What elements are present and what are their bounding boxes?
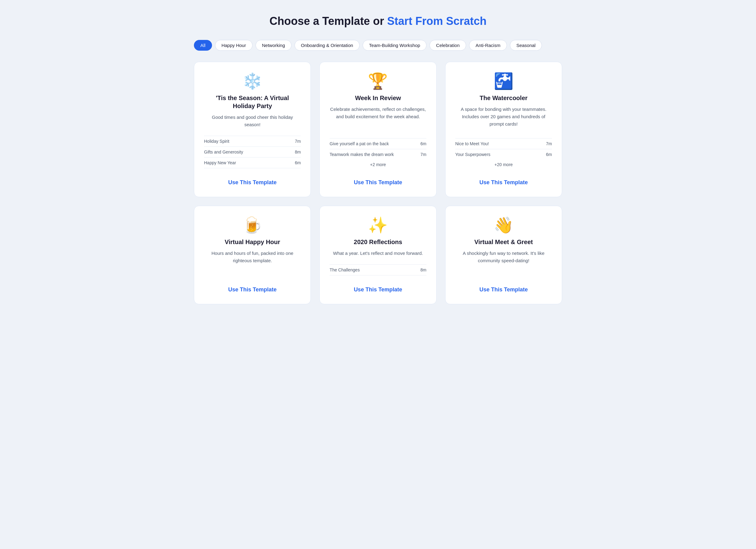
use-template-button-2[interactable]: Use This Template <box>479 177 528 188</box>
card-item-label: Nice to Meet You! <box>455 141 489 146</box>
card-desc-0: Good times and good cheer this holiday s… <box>204 114 301 128</box>
use-template-button-3[interactable]: Use This Template <box>228 284 277 296</box>
cards-grid: ❄️'Tis the Season: A Virtual Holiday Par… <box>194 62 562 304</box>
template-card-5: 👋Virtual Meet & GreetA shockingly fun wa… <box>445 206 562 304</box>
card-item-row-0-2: Happy New Year6m <box>204 157 301 168</box>
card-item-row-2-1: Your Superpowers6m <box>455 149 552 160</box>
card-item-label: Give yourself a pat on the back <box>330 141 389 146</box>
card-item-time: 6m <box>420 141 426 146</box>
filter-btn-happy-hour[interactable]: Happy Hour <box>215 40 253 51</box>
page-title-link[interactable]: Start From Scratch <box>387 15 487 27</box>
card-items-1: Give yourself a pat on the back6mTeamwor… <box>330 138 426 168</box>
template-card-2: 🚰The WatercoolerA space for bonding with… <box>445 62 562 197</box>
card-items-2: Nice to Meet You!7mYour Superpowers6m+20… <box>455 138 552 168</box>
card-desc-2: A space for bonding with your teammates.… <box>455 106 552 131</box>
card-items-4: The Challenges8m <box>330 264 426 276</box>
card-title-5: Virtual Meet & Greet <box>474 238 533 246</box>
card-item-row-4-0: The Challenges8m <box>330 264 426 276</box>
card-item-label: Teamwork makes the dream work <box>330 152 394 157</box>
card-more-1: +2 more <box>330 160 426 168</box>
card-title-0: 'Tis the Season: A Virtual Holiday Party <box>204 94 301 110</box>
card-item-label: Holiday Spirit <box>204 139 229 144</box>
template-card-3: 🍺Virtual Happy HourHours and hours of fu… <box>194 206 311 304</box>
card-title-2: The Watercooler <box>480 94 527 102</box>
card-desc-3: Hours and hours of fun, packed into one … <box>204 249 301 270</box>
card-more-2: +20 more <box>455 160 552 168</box>
card-item-time: 8m <box>295 149 301 154</box>
card-item-row-0-0: Holiday Spirit7m <box>204 136 301 146</box>
filter-btn-celebration[interactable]: Celebration <box>430 40 466 51</box>
filter-bar: AllHappy HourNetworkingOnboarding & Orie… <box>194 40 562 51</box>
card-desc-5: A shockingly fun way to network. It's li… <box>455 249 552 270</box>
use-template-button-4[interactable]: Use This Template <box>354 284 402 296</box>
card-icon-2: 🚰 <box>494 73 514 89</box>
filter-btn-onboarding-orientation[interactable]: Onboarding & Orientation <box>295 40 360 51</box>
card-desc-4: What a year. Let's reflect and move forw… <box>333 249 423 257</box>
card-icon-0: ❄️ <box>242 73 262 89</box>
card-item-time: 6m <box>546 152 552 157</box>
card-item-row-0-1: Gifts and Generosity8m <box>204 146 301 157</box>
card-title-1: Week In Review <box>355 94 401 102</box>
filter-btn-team-building-workshop[interactable]: Team-Building Workshop <box>363 40 426 51</box>
use-template-button-5[interactable]: Use This Template <box>479 284 528 296</box>
card-item-row-1-0: Give yourself a pat on the back6m <box>330 138 426 149</box>
template-card-4: ✨2020 ReflectionsWhat a year. Let's refl… <box>319 206 436 304</box>
card-title-3: Virtual Happy Hour <box>225 238 280 246</box>
card-item-time: 8m <box>420 267 426 272</box>
card-title-4: 2020 Reflections <box>354 238 402 246</box>
filter-btn-seasonal[interactable]: Seasonal <box>510 40 542 51</box>
card-item-time: 7m <box>295 139 301 144</box>
template-card-1: 🏆Week In ReviewCelebrate achievements, r… <box>319 62 436 197</box>
card-icon-1: 🏆 <box>368 73 388 89</box>
card-icon-5: 👋 <box>494 217 514 233</box>
filter-btn-anti-racism[interactable]: Anti-Racism <box>469 40 507 51</box>
card-item-row-2-0: Nice to Meet You!7m <box>455 138 552 149</box>
card-item-time: 6m <box>295 160 301 165</box>
card-item-time: 7m <box>546 141 552 146</box>
page-title-plain: Choose a Template or <box>269 15 387 27</box>
page-title: Choose a Template or Start From Scratch <box>194 15 562 28</box>
filter-btn-all[interactable]: All <box>194 40 212 51</box>
card-item-label: Happy New Year <box>204 160 236 165</box>
filter-btn-networking[interactable]: Networking <box>256 40 291 51</box>
use-template-button-0[interactable]: Use This Template <box>228 177 277 188</box>
card-item-label: The Challenges <box>330 267 360 272</box>
card-icon-3: 🍺 <box>242 217 262 233</box>
card-items-0: Holiday Spirit7mGifts and Generosity8mHa… <box>204 136 301 168</box>
card-icon-4: ✨ <box>368 217 388 233</box>
card-item-label: Gifts and Generosity <box>204 149 243 154</box>
card-desc-1: Celebrate achievements, reflect on chall… <box>330 106 426 131</box>
use-template-button-1[interactable]: Use This Template <box>354 177 402 188</box>
card-item-label: Your Superpowers <box>455 152 491 157</box>
template-card-0: ❄️'Tis the Season: A Virtual Holiday Par… <box>194 62 311 197</box>
card-item-time: 7m <box>420 152 426 157</box>
card-item-row-1-1: Teamwork makes the dream work7m <box>330 149 426 160</box>
